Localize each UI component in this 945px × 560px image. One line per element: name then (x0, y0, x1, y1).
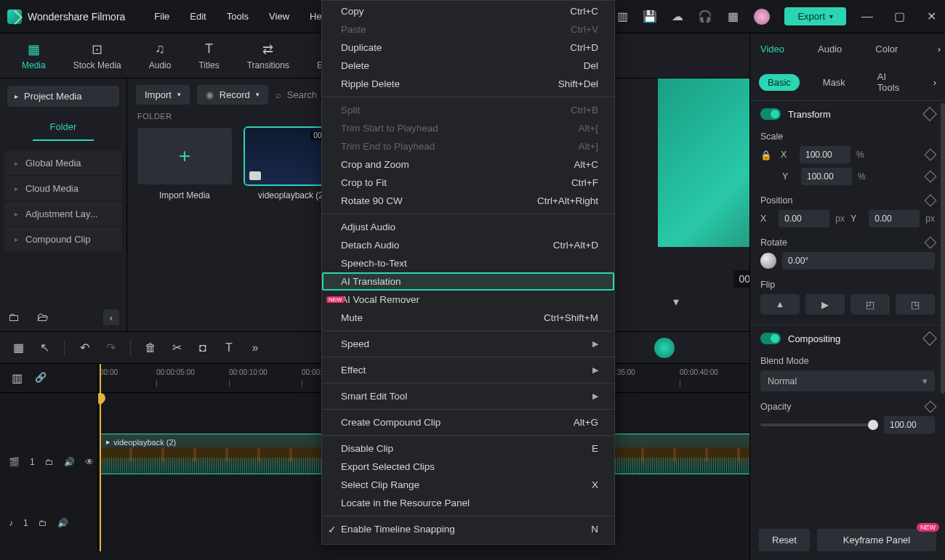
tree-cloud-media[interactable]: ▸Cloud Media (4, 176, 122, 200)
new-folder-icon[interactable]: 🗀 (7, 311, 20, 324)
ai-assistant-button[interactable] (654, 338, 675, 358)
ctx-effect[interactable]: Effect▶ (322, 361, 614, 379)
opacity-slider[interactable] (760, 423, 878, 426)
ctx-smart-edit-tool[interactable]: Smart Edit Tool▶ (322, 387, 614, 405)
ctx-adjust-audio[interactable]: Adjust Audio (322, 218, 614, 236)
rp-tabs-more-icon[interactable]: › (938, 44, 941, 54)
ctx-disable-clip[interactable]: Disable ClipE (322, 439, 614, 458)
tree-adjustment-layer[interactable]: ▸Adjustment Lay... (4, 202, 122, 226)
flip-h-button[interactable]: ▲ (760, 294, 800, 315)
rp-tab-audio[interactable]: Audio (812, 36, 848, 62)
import-media-cell[interactable]: + Import Media (137, 128, 232, 200)
tab-stock-media[interactable]: ⊡Stock Media (73, 41, 121, 70)
video-track-header[interactable]: 🎬1 🗀 🔊 👁 (0, 434, 97, 490)
tab-media[interactable]: ▦Media (22, 41, 46, 70)
audio-track-header[interactable]: ♪1 🗀 🔊 (0, 495, 97, 551)
transform-toggle[interactable] (760, 108, 781, 120)
ctx-select-clip-range[interactable]: Select Clip RangeX (322, 476, 614, 494)
scale-x-input[interactable] (800, 146, 850, 163)
tl-redo-icon[interactable]: ↷ (104, 341, 117, 354)
playhead[interactable] (100, 364, 101, 551)
rp-tab-video[interactable]: Video (755, 36, 790, 62)
tl-undo-icon[interactable]: ↶ (78, 341, 91, 354)
cloud-icon[interactable]: ☁ (671, 10, 684, 23)
collapse-button[interactable]: ‹ (103, 309, 119, 325)
scale-y-input[interactable] (801, 168, 852, 185)
rotate-knob[interactable] (760, 253, 776, 269)
opacity-input[interactable] (884, 416, 935, 434)
tl-split-icon[interactable]: ✂ (170, 341, 183, 354)
lock-icon[interactable]: 🗀 (39, 518, 47, 528)
keyframe-panel-button[interactable]: Keyframe PanelNEW (817, 529, 936, 551)
record-dropdown[interactable]: ◉Record▾ (197, 85, 268, 105)
ctx-locate-in-the-resource-panel[interactable]: Locate in the Resource Panel (322, 494, 614, 512)
tl-grid-icon[interactable]: ▦ (12, 341, 25, 354)
scale-y-keyframe[interactable] (925, 171, 937, 183)
rotate-ccw-button[interactable]: ◰ (850, 294, 890, 315)
pos-y-input[interactable] (869, 210, 920, 227)
transform-keyframe-icon[interactable] (922, 107, 937, 121)
ctx-mute[interactable]: MuteCtrl+Shift+M (322, 309, 614, 327)
tl-text-icon[interactable]: T (222, 341, 236, 354)
pos-x-input[interactable] (779, 210, 829, 227)
ctx-export-selected-clips[interactable]: Export Selected Clips (322, 458, 614, 476)
tl-delete-icon[interactable]: 🗑 (144, 341, 157, 354)
scale-x-keyframe[interactable] (925, 149, 937, 161)
apps-icon[interactable]: ▦ (726, 10, 739, 23)
menu-edit[interactable]: Edit (190, 11, 206, 22)
export-button[interactable]: Export▾ (784, 7, 846, 25)
profile-icon[interactable] (754, 9, 770, 25)
tl-more-icon[interactable]: » (249, 341, 262, 354)
visibility-icon[interactable]: 👁 (85, 457, 94, 467)
rp-scrollbar[interactable] (941, 103, 945, 394)
tl-link-icon[interactable]: 🔗 (35, 372, 48, 385)
folder-tab[interactable]: Folder (33, 114, 94, 141)
ctx-crop-to-fit[interactable]: Crop to FitCtrl+F (322, 174, 614, 192)
ctx-ai-vocal-remover[interactable]: NEWAI Vocal Remover (322, 291, 614, 309)
tab-titles[interactable]: TTitles (198, 41, 219, 70)
position-keyframe[interactable] (925, 195, 937, 207)
window-close-icon[interactable]: ✕ (925, 10, 938, 23)
save-icon[interactable]: 💾 (643, 10, 656, 23)
ctx-delete[interactable]: DeleteDel (322, 57, 614, 75)
ctx-speed[interactable]: Speed▶ (322, 335, 614, 353)
tl-cursor-icon[interactable]: ↖ (38, 341, 51, 354)
tl-crop-icon[interactable]: ◘ (196, 341, 209, 354)
tree-global-media[interactable]: ▸Global Media (4, 151, 122, 175)
ctx-copy[interactable]: CopyCtrl+C (322, 2, 614, 20)
ratio-dropdown[interactable]: ▾ (669, 295, 683, 308)
tab-transitions[interactable]: ⇄Transitions (247, 41, 289, 70)
ctx-rotate-90-cw[interactable]: Rotate 90 CWCtrl+Alt+Right (322, 192, 614, 210)
rp-sub-more-icon[interactable]: › (933, 77, 936, 88)
menu-tools[interactable]: Tools (227, 11, 249, 22)
ctx-detach-audio[interactable]: Detach AudioCtrl+Alt+D (322, 236, 614, 254)
compositing-toggle[interactable] (760, 333, 781, 344)
tl-layers-icon[interactable]: ▥ (10, 372, 23, 385)
import-dropdown[interactable]: Import▾ (136, 85, 190, 105)
rotate-input[interactable] (782, 252, 935, 269)
rotate-cw-button[interactable]: ◳ (896, 294, 935, 315)
blend-mode-select[interactable]: Normal▾ (760, 370, 935, 391)
window-minimize-icon[interactable]: — (861, 10, 874, 23)
window-maximize-icon[interactable]: ▢ (893, 10, 906, 23)
menu-view[interactable]: View (269, 11, 289, 22)
project-media-button[interactable]: ▸Project Media (7, 86, 119, 107)
open-folder-icon[interactable]: 🗁 (36, 311, 49, 324)
opacity-keyframe[interactable] (925, 401, 937, 413)
ctx-speech-to-text[interactable]: Speech-to-Text (322, 254, 614, 272)
rotate-keyframe[interactable] (925, 237, 937, 249)
monitor-icon[interactable]: ▥ (616, 10, 629, 23)
lock-aspect-icon[interactable]: 🔒 (760, 150, 772, 161)
tree-compound-clip[interactable]: ▸Compound Clip (4, 227, 122, 251)
ctx-duplicate[interactable]: DuplicateCtrl+D (322, 38, 614, 57)
flip-v-button[interactable]: ▶ (805, 294, 845, 315)
rp-sub-ai-tools[interactable]: AI Tools (869, 68, 919, 96)
ctx-create-compound-clip[interactable]: Create Compound ClipAlt+G (322, 413, 614, 431)
rp-tab-color[interactable]: Color (869, 36, 904, 62)
compositing-keyframe-icon[interactable] (922, 331, 937, 346)
menu-file[interactable]: File (154, 11, 169, 22)
ctx-ripple-delete[interactable]: Ripple DeleteShift+Del (322, 75, 614, 93)
headphones-icon[interactable]: 🎧 (699, 10, 712, 23)
ctx-ai-translation[interactable]: AI Translation (322, 272, 614, 291)
ctx-enable-timeline-snapping[interactable]: ✓Enable Timeline SnappingN (322, 520, 614, 538)
